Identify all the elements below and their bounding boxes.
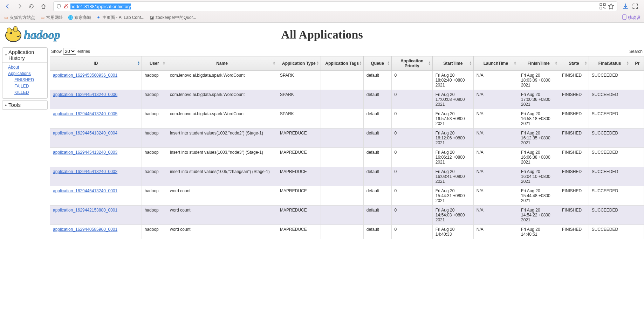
folder-icon: ▭ (4, 15, 8, 20)
sidebar-tools-header[interactable]: ▸ Tools (2, 101, 47, 110)
screenshot-icon[interactable] (632, 3, 638, 9)
application-id-link[interactable]: application_1629445413240_0003 (53, 150, 117, 155)
application-id-link[interactable]: application_1629442153880_0001 (53, 208, 117, 213)
mobile-icon (622, 14, 626, 21)
table-header-row: ID▲▼ User▲▼ Name▲▼ Application Type▲▼ Ap… (50, 56, 644, 71)
cell-launch: N/A (473, 206, 518, 225)
cell-final: SUCCEEDED (589, 167, 631, 186)
svg-rect-2 (600, 4, 602, 6)
cell-user: hadoop (142, 167, 167, 186)
sort-icon: ▲▼ (469, 61, 472, 65)
site-icon: ◪ (149, 15, 154, 20)
sidebar-link-applications[interactable]: Applications (8, 70, 44, 77)
download-icon[interactable] (622, 3, 629, 9)
application-id-link[interactable]: application_1629453560936_0001 (53, 73, 117, 78)
cell-launch: N/A (473, 186, 518, 206)
bookmark-jd[interactable]: 🌐 京东商城 (68, 15, 91, 21)
cell-final: SUCCEEDED (589, 129, 631, 148)
col-header-queue[interactable]: Queue▲▼ (363, 56, 391, 71)
cell-priority: 0 (391, 71, 432, 90)
sort-icon: ▲▼ (137, 61, 140, 65)
cell-user: hadoop (142, 129, 167, 148)
page-title: All Applications (88, 28, 556, 41)
cell-start: Fri Aug 20 16:57:53 +0800 2021 (432, 109, 473, 129)
bookmark-firefox-official[interactable]: ▭ 火狐官方站点 (4, 15, 35, 21)
cell-tags (321, 109, 363, 129)
cell-tags (321, 71, 363, 90)
bookmark-label: 京东商城 (74, 15, 91, 21)
sort-icon: ▲▼ (163, 61, 165, 65)
cell-progress (631, 225, 644, 239)
bookmark-star-icon[interactable] (608, 3, 614, 9)
cell-queue: default (363, 148, 391, 167)
cell-final: SUCCEEDED (589, 148, 631, 167)
cell-priority: 0 (391, 225, 432, 239)
cell-id: application_1629442153880_0001 (50, 206, 142, 225)
sidebar-apphistory-header[interactable]: ▾ Application History (2, 48, 47, 63)
col-header-tags[interactable]: Application Tags▲▼ (321, 56, 363, 71)
bookmark-zookeeper[interactable]: ◪ zookeeper中的Quor... (149, 15, 196, 21)
cell-tags (321, 186, 363, 206)
cell-launch: N/A (473, 167, 518, 186)
page-header: hadoop All Applications (0, 23, 644, 45)
cell-id: application_1629445413240_0005 (50, 109, 142, 129)
cell-start: Fri Aug 20 16:06:12 +0800 2021 (432, 148, 473, 167)
col-header-start[interactable]: StartTime▲▼ (432, 56, 473, 71)
bookmark-ailab[interactable]: ✦ 主页面 - AI Lab Conf... (96, 15, 144, 21)
cell-launch: N/A (473, 71, 518, 90)
mobile-devices-link[interactable]: 移动设 (622, 14, 640, 21)
col-header-name[interactable]: Name▲▼ (167, 56, 277, 71)
sidebar-apphistory-title: Application History (8, 49, 44, 61)
sort-icon: ▲▼ (428, 61, 431, 65)
col-header-final[interactable]: FinalStatus▲▼ (589, 56, 631, 71)
cell-queue: default (363, 186, 391, 206)
bookmark-common-urls[interactable]: ▭ 常用网址 (40, 15, 63, 21)
application-id-link[interactable]: application_1629445413240_0005 (53, 111, 117, 116)
toolbar-right-icons (622, 3, 641, 9)
forward-button[interactable] (15, 1, 25, 11)
url-bar[interactable]: node1:8188/applicationhistory (53, 1, 617, 11)
back-button[interactable] (3, 1, 13, 11)
col-header-state[interactable]: State▲▼ (559, 56, 589, 71)
application-id-link[interactable]: application_1629445413240_0004 (53, 131, 117, 136)
cell-start: Fri Aug 20 17:00:08 +0800 2021 (432, 90, 473, 109)
col-header-progress[interactable]: Pr (631, 56, 644, 71)
application-id-link[interactable]: application_1629445413240_0006 (53, 92, 117, 97)
sidebar-link-failed[interactable]: FAILED (14, 83, 44, 89)
table-row: application_1629442153880_0001 hadoop wo… (50, 206, 644, 225)
cell-tags (321, 225, 363, 239)
cell-name: insert into student values(1005,"zhangsa… (167, 167, 277, 186)
cell-id: application_1629445413240_0004 (50, 129, 142, 148)
application-id-link[interactable]: application_1629445413240_0002 (53, 169, 117, 174)
entries-select[interactable]: 20 (63, 48, 76, 55)
svg-rect-4 (600, 7, 602, 9)
sidebar-link-finished[interactable]: FINISHED (14, 77, 44, 83)
cell-priority: 0 (391, 109, 432, 129)
sidebar-link-killed[interactable]: KILLED (14, 89, 44, 96)
col-header-priority[interactable]: Application Priority▲▼ (391, 56, 432, 71)
table-row: application_1629445413240_0002 hadoop in… (50, 167, 644, 186)
cell-name: com.lenovo.ai.bigdata.spark.WordCount (167, 90, 277, 109)
cell-tags (321, 90, 363, 109)
table-row: application_1629445413240_0006 hadoop co… (50, 90, 644, 109)
application-id-link[interactable]: application_1629440585960_0001 (53, 227, 117, 232)
sidebar-link-about[interactable]: About (8, 64, 44, 70)
cell-name: com.lenovo.ai.bigdata.spark.WordCount (167, 109, 277, 129)
col-header-user[interactable]: User▲▼ (142, 56, 167, 71)
col-header-finish[interactable]: FinishTime▲▼ (518, 56, 559, 71)
col-header-apptype[interactable]: Application Type▲▼ (277, 56, 321, 71)
reload-button[interactable] (27, 1, 36, 11)
mobile-label: 移动设 (628, 15, 640, 21)
cell-tags (321, 206, 363, 225)
col-header-id[interactable]: ID▲▼ (50, 56, 142, 71)
cell-id: application_1629453560936_0001 (50, 71, 142, 90)
home-button[interactable] (39, 1, 48, 11)
cell-progress (631, 129, 644, 148)
application-id-link[interactable]: application_1629445413240_0001 (53, 188, 117, 193)
cell-id: application_1629440585960_0001 (50, 225, 142, 239)
col-header-launch[interactable]: LaunchTime▲▼ (473, 56, 518, 71)
qr-icon[interactable] (600, 3, 606, 9)
table-row: application_1629445413240_0001 hadoop wo… (50, 186, 644, 206)
svg-rect-3 (603, 4, 605, 6)
cell-finish: Fri Aug 20 16:12:35 +0800 2021 (518, 129, 559, 148)
